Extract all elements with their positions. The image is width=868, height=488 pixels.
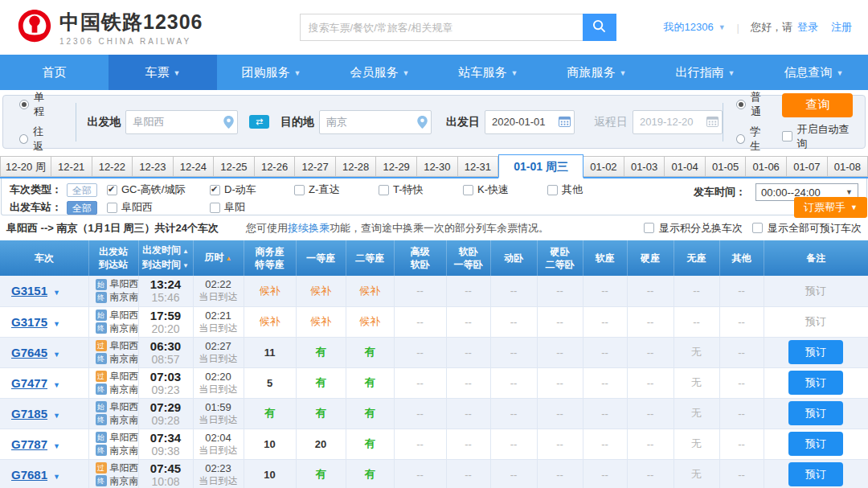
expand-train-icon[interactable]: ▼ — [53, 412, 60, 420]
checkbox-icon[interactable] — [547, 185, 558, 195]
date-tab[interactable]: 01-07 — [787, 156, 828, 177]
book-button[interactable]: 预订 — [788, 371, 843, 395]
show-all-bookable-checkbox[interactable]: 显示全部可预订车次 — [752, 221, 862, 236]
date-tab[interactable]: 12-23 — [133, 156, 174, 177]
book-button[interactable]: 预订 — [788, 340, 843, 364]
train-number-link[interactable]: G3175 — [11, 315, 47, 329]
site-search — [300, 14, 616, 41]
date-tab[interactable]: 01-05 — [706, 156, 747, 177]
divider — [76, 103, 76, 141]
checkbox-icon[interactable] — [752, 223, 763, 233]
checkbox-icon[interactable] — [107, 203, 117, 213]
date-tab[interactable]: 12-25 — [214, 156, 255, 177]
date-tab[interactable]: 12-26 — [255, 156, 296, 177]
nav-business-service[interactable]: 商旅服务▼ — [542, 55, 651, 90]
type-gc-checkbox[interactable]: GC-高铁/城际 — [107, 182, 210, 197]
seat-business: 候补 — [244, 276, 296, 306]
date-tab[interactable]: 12-31 — [458, 156, 499, 177]
date-tab[interactable]: 12-28 — [336, 156, 377, 177]
checkbox-icon[interactable] — [644, 223, 654, 233]
nav-info-query[interactable]: 信息查询▼ — [760, 55, 868, 90]
show-points-checkbox[interactable]: 显示积分兑换车次 — [644, 221, 743, 236]
my-12306-link[interactable]: 我的12306 — [664, 20, 714, 35]
book-button[interactable]: 预订 — [788, 432, 843, 456]
date-tab[interactable]: 01-04 — [665, 156, 706, 177]
checkbox-icon[interactable] — [294, 185, 305, 195]
train-type-all-button[interactable]: 全部 — [67, 183, 97, 197]
nav-travel-guide[interactable]: 出行指南▼ — [651, 55, 760, 90]
col-times[interactable]: 出发时间▲到达时间▼ — [138, 240, 193, 276]
round-trip-radio[interactable]: 往返 — [19, 125, 53, 154]
station-fuyangxi-checkbox[interactable]: 阜阳西 — [107, 200, 210, 215]
from-station-input[interactable] — [125, 110, 238, 134]
date-tab[interactable]: 12-29 — [376, 156, 417, 177]
seat-first: 有 — [296, 459, 346, 488]
book-button[interactable]: 预订 — [788, 401, 843, 425]
date-tab[interactable]: 12-30 — [417, 156, 458, 177]
expand-train-icon[interactable]: ▼ — [53, 289, 60, 297]
to-station-input[interactable] — [319, 110, 432, 134]
expand-train-icon[interactable]: ▼ — [53, 381, 60, 389]
train-number-link[interactable]: G3151 — [11, 284, 47, 297]
checkbox-icon[interactable] — [210, 203, 220, 213]
checkbox-icon[interactable] — [463, 185, 473, 195]
checkbox-icon[interactable] — [107, 185, 117, 195]
train-number-link[interactable]: G7645 — [11, 346, 47, 359]
date-tab[interactable]: 01-02 — [583, 156, 624, 177]
train-number-link[interactable]: G7681 — [11, 468, 47, 482]
register-link[interactable]: 注册 — [831, 20, 852, 35]
chevron-down-icon: ▼ — [174, 69, 181, 77]
checkbox-icon[interactable] — [782, 131, 792, 141]
transfer-link[interactable]: 接续换乘 — [288, 222, 330, 234]
book-button[interactable]: 预订 — [788, 462, 843, 486]
type-z-checkbox[interactable]: Z-直达 — [294, 182, 379, 197]
train-number-link[interactable]: G7787 — [11, 437, 47, 451]
train-number-link[interactable]: G7185 — [11, 407, 47, 420]
nav-station-service[interactable]: 站车服务▼ — [434, 55, 542, 90]
calendar-icon[interactable] — [559, 116, 571, 130]
booking-helper-button[interactable]: 订票帮手 ▼ — [794, 197, 867, 218]
col-duration[interactable]: 历时▲ — [193, 240, 244, 276]
expand-train-icon[interactable]: ▼ — [53, 473, 60, 481]
expand-train-icon[interactable]: ▼ — [53, 442, 60, 450]
checkbox-icon[interactable] — [210, 185, 220, 195]
chevron-down-icon[interactable]: ▼ — [719, 23, 726, 31]
expand-train-icon[interactable]: ▼ — [53, 320, 60, 328]
date-tab[interactable]: 01-08 — [828, 156, 868, 177]
expand-train-icon[interactable]: ▼ — [53, 351, 60, 359]
one-way-radio[interactable]: 单程 — [19, 90, 53, 119]
login-link[interactable]: 登录 — [797, 20, 818, 35]
student-passenger-radio[interactable]: 学生 — [736, 125, 770, 154]
auto-query-checkbox[interactable]: 开启自动查询 — [782, 122, 855, 151]
checkbox-icon[interactable] — [379, 185, 389, 195]
nav-member-service[interactable]: 会员服务▼ — [326, 55, 434, 90]
type-d-checkbox[interactable]: D-动车 — [210, 182, 294, 197]
search-button[interactable] — [583, 14, 616, 41]
seat-hard: -- — [627, 429, 674, 459]
date-tab[interactable]: 12-22 — [92, 156, 133, 177]
date-tab[interactable]: 01-03 — [624, 156, 665, 177]
nav-home[interactable]: 首页 — [0, 55, 108, 90]
nav-group-service[interactable]: 团购服务▼ — [217, 55, 326, 90]
date-tab[interactable]: 12-24 — [174, 156, 215, 177]
seat-soft: -- — [583, 337, 627, 367]
book-cell: 预订 — [764, 429, 868, 459]
date-tab[interactable]: 12-21 — [51, 156, 92, 177]
nav-tickets[interactable]: 车票▼ — [108, 55, 217, 90]
search-input[interactable] — [300, 14, 583, 41]
normal-passenger-radio[interactable]: 普通 — [736, 90, 770, 119]
type-t-checkbox[interactable]: T-特快 — [379, 182, 463, 197]
type-k-checkbox[interactable]: K-快速 — [463, 182, 547, 197]
date-tab[interactable]: 12-20 周 — [0, 156, 51, 177]
swap-stations-icon[interactable]: ⇄ — [249, 115, 269, 129]
logo[interactable]: 中国铁路12306 12306 CHINA RAILWAY — [16, 7, 203, 47]
station-fuyang-checkbox[interactable]: 阜阳 — [210, 200, 294, 215]
station-all-button[interactable]: 全部 — [67, 201, 97, 215]
date-tab-active[interactable]: 01-01 周三 — [498, 154, 583, 178]
date-tab[interactable]: 01-06 — [746, 156, 787, 177]
train-number-link[interactable]: G7477 — [11, 376, 47, 390]
duration-cell: 02:22当日到达 — [193, 276, 244, 306]
date-tab[interactable]: 12-27 — [295, 156, 336, 177]
query-button[interactable]: 查询 — [782, 93, 853, 117]
type-other-checkbox[interactable]: 其他 — [547, 182, 612, 197]
